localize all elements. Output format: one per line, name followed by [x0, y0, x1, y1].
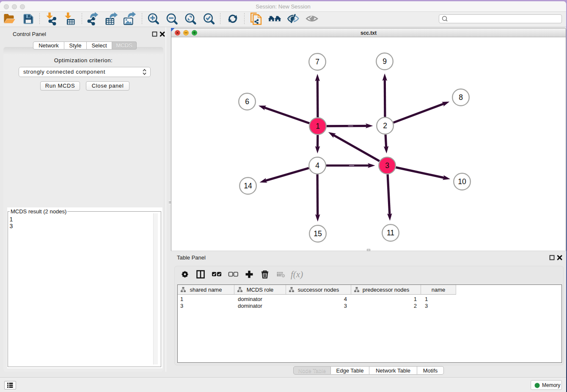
svg-text:11: 11 — [387, 229, 394, 237]
svg-text:14: 14 — [244, 182, 252, 190]
svg-text:f(x): f(x) — [291, 269, 303, 279]
svg-text:7: 7 — [315, 58, 319, 66]
svg-text:9: 9 — [383, 57, 387, 66]
svg-text:6: 6 — [245, 97, 249, 106]
svg-text:1: 1 — [316, 122, 320, 130]
svg-text:8: 8 — [459, 93, 463, 102]
svg-text:10: 10 — [458, 177, 466, 186]
svg-text:15: 15 — [314, 229, 322, 238]
svg-text:3: 3 — [385, 161, 389, 170]
svg-text:2: 2 — [383, 121, 387, 130]
svg-text:4: 4 — [315, 161, 319, 170]
